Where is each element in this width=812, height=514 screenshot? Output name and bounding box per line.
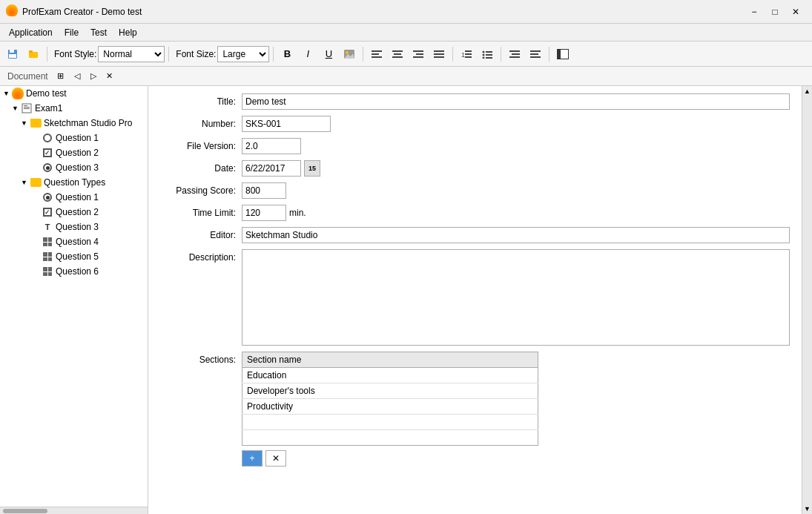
number-input[interactable] (242, 116, 331, 132)
tree-item-exam1[interactable]: ▼ Exam1 (0, 101, 148, 116)
description-textarea[interactable] (242, 249, 790, 346)
font-size-label: Font Size: (176, 49, 216, 59)
svg-rect-12 (394, 53, 401, 55)
save-button[interactable] (3, 45, 22, 64)
doc-back-button[interactable]: ◁ (69, 68, 85, 85)
table-row-empty-1[interactable] (242, 415, 538, 430)
tree-leaf-sq3 (33, 164, 42, 171)
svg-rect-15 (416, 53, 423, 55)
svg-rect-1 (10, 50, 14, 53)
doc-view-button[interactable]: ⊞ (53, 68, 69, 85)
window-controls: − □ ✕ (744, 4, 806, 19)
tree-item-sq1[interactable]: Question 1 (0, 131, 148, 145)
tree-item-qt1[interactable]: Question 1 (0, 190, 148, 205)
tree-label-qt5: Question 5 (56, 251, 99, 262)
unordered-list-button[interactable] (478, 45, 497, 64)
align-center-button[interactable] (388, 45, 407, 64)
scroll-down-arrow[interactable]: ▼ (804, 505, 811, 513)
tree-item-root[interactable]: ▼ Demo test (0, 86, 148, 101)
underline-button[interactable]: U (319, 45, 338, 64)
tree-item-qtypes[interactable]: ▼ Question Types (0, 175, 148, 190)
tree-leaf-qt1 (33, 194, 42, 201)
svg-rect-16 (413, 56, 423, 58)
open-button[interactable] (24, 45, 43, 64)
description-label: Description: (160, 249, 242, 263)
tree-arrow-qtypes[interactable]: ▼ (21, 179, 30, 186)
indent-icon (509, 50, 520, 59)
tree-item-qt5[interactable]: Question 5 (0, 249, 148, 264)
tree-item-qt2[interactable]: ✓ Question 2 (0, 205, 148, 220)
tree-icon-qt3: T (42, 221, 53, 233)
title-input[interactable] (242, 93, 790, 110)
menu-test[interactable]: Test (85, 26, 113, 39)
right-scrollbar[interactable]: ▲ ▼ (802, 86, 812, 514)
svg-rect-18 (434, 53, 444, 55)
doc-close-button[interactable]: ✕ (102, 68, 118, 85)
tree-arrow-root[interactable]: ▼ (3, 90, 12, 97)
outdent-button[interactable] (526, 45, 545, 64)
align-right-button[interactable] (409, 45, 428, 64)
section-buttons: + ✕ (242, 450, 538, 467)
menu-help[interactable]: Help (113, 26, 143, 39)
tree-arrow-sketchman[interactable]: ▼ (21, 119, 30, 127)
special-insert-button[interactable] (553, 45, 572, 64)
remove-section-button[interactable]: ✕ (265, 450, 286, 467)
table-row[interactable]: Productivity (242, 399, 538, 415)
number-row: Number: (160, 116, 790, 132)
close-button[interactable]: ✕ (785, 4, 806, 19)
menu-file[interactable]: File (59, 26, 85, 39)
svg-rect-31 (512, 53, 520, 55)
ordered-list-button[interactable]: 1. (457, 45, 476, 64)
main-container: ▼ Demo test ▼ Exam1 ▼ Sketchman (0, 86, 812, 514)
editor-input[interactable] (242, 227, 790, 243)
time-limit-input[interactable] (242, 205, 286, 221)
svg-rect-21 (465, 50, 472, 52)
svg-rect-30 (509, 50, 520, 52)
calendar-button[interactable]: 15 (304, 160, 320, 177)
tree-item-sq3[interactable]: Question 3 (0, 160, 148, 175)
tree-label-qt6: Question 6 (56, 266, 99, 277)
indent-button[interactable] (505, 45, 524, 64)
tree-item-qt4[interactable]: Question 4 (0, 234, 148, 249)
tree-item-sq2[interactable]: ✓ Question 2 (0, 145, 148, 160)
bold-button[interactable]: B (277, 45, 297, 64)
tree-icon-exam1 (21, 102, 33, 114)
tree-scrollbar[interactable] (0, 507, 148, 514)
tree-arrow-exam1[interactable]: ▼ (12, 105, 21, 112)
image-button[interactable] (340, 45, 359, 64)
doc-forward-button[interactable]: ▷ (85, 68, 102, 85)
tree-panel: ▼ Demo test ▼ Exam1 ▼ Sketchman (0, 86, 148, 507)
font-size-select[interactable]: Small Normal Large Huge (217, 46, 269, 62)
svg-rect-34 (530, 53, 538, 55)
align-justify-button[interactable] (429, 45, 449, 64)
table-row[interactable]: Education (242, 368, 538, 383)
tree-icon-qt5 (42, 251, 53, 263)
align-left-button[interactable] (367, 45, 386, 64)
scroll-up-arrow[interactable]: ▲ (804, 88, 811, 95)
tree-label-exam1: Exam1 (35, 103, 62, 113)
svg-rect-13 (392, 56, 403, 58)
passing-score-input[interactable] (242, 182, 286, 199)
italic-button[interactable]: I (298, 45, 317, 64)
document-toolbar: Document ⊞ ◁ ▷ ✕ (0, 67, 812, 86)
file-version-input[interactable] (242, 138, 301, 154)
file-version-label: File Version: (160, 141, 242, 151)
tree-item-qt3[interactable]: T Question 3 (0, 220, 148, 234)
tree-leaf-qt4 (33, 238, 42, 246)
separator-4 (363, 47, 363, 62)
table-row[interactable]: Developer's tools (242, 383, 538, 399)
date-input[interactable] (242, 160, 301, 177)
svg-rect-22 (465, 53, 472, 55)
table-row-empty-2[interactable] (242, 430, 538, 446)
sections-label: Sections: (160, 352, 242, 365)
font-style-select[interactable]: Normal Heading 1 Heading 2 (98, 46, 165, 62)
tree-label-sketchman: Sketchman Studio Pro (44, 118, 132, 128)
tree-item-sketchman[interactable]: ▼ Sketchman Studio Pro (0, 116, 148, 131)
minimize-button[interactable]: − (744, 4, 765, 19)
maximize-button[interactable]: □ (765, 4, 785, 19)
section-cell-1: Education (242, 368, 538, 383)
time-limit-row: Time Limit: min. (160, 205, 790, 221)
menu-application[interactable]: Application (3, 26, 59, 39)
add-section-button[interactable]: + (242, 450, 263, 467)
tree-item-qt6[interactable]: Question 6 (0, 264, 148, 279)
